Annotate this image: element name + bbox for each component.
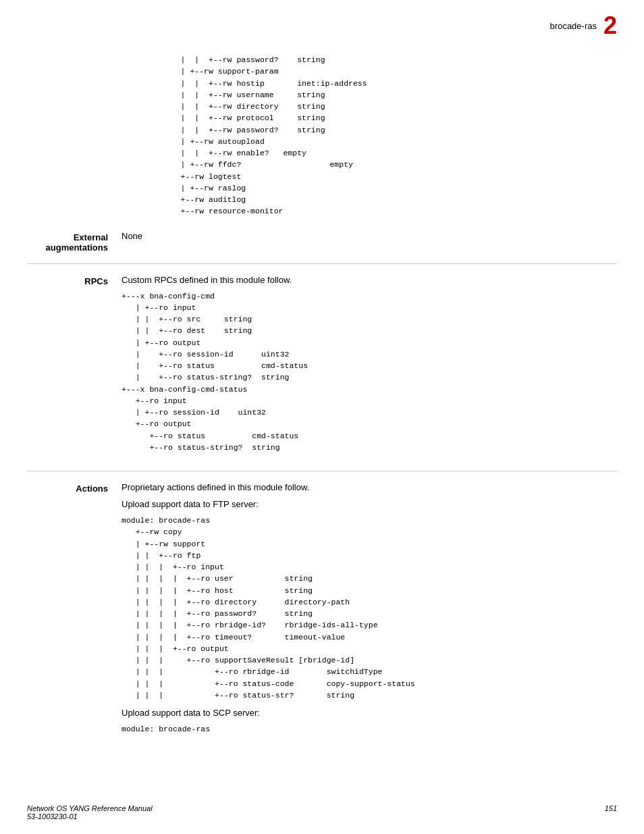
footer: Network OS YANG Reference Manual 53-1003…	[27, 804, 617, 820]
header-title: brocade-ras	[550, 21, 597, 31]
header-right: brocade-ras 2	[550, 14, 617, 38]
top-code-block: | | +--rw password? string | +--rw suppo…	[162, 54, 617, 217]
footer-doc-number: 53-1003230-01	[27, 812, 153, 820]
scp-title: Upload support data to SCP server:	[122, 708, 617, 718]
actions-content: Proprietary actions defined in this modu…	[122, 482, 617, 741]
rpcs-code: +---x bna-config-cmd | +--ro input | | +…	[122, 290, 617, 454]
divider-1	[27, 263, 617, 264]
actions-description: Proprietary actions defined in this modu…	[122, 482, 617, 492]
external-augmentations-label: External augmentations	[27, 231, 122, 253]
content-area: | | +--rw password? string | +--rw suppo…	[0, 54, 644, 741]
footer-page-number: 151	[605, 804, 617, 820]
actions-label: Actions	[27, 482, 122, 741]
page-container: brocade-ras 2 | | +--rw password? string…	[0, 0, 644, 834]
rpcs-content: Custom RPCs defined in this module follo…	[122, 275, 617, 461]
footer-manual-name: Network OS YANG Reference Manual	[27, 804, 153, 812]
divider-2	[27, 471, 617, 471]
external-augmentations-content: None	[122, 231, 617, 253]
top-code-content: | | +--rw password? string | +--rw suppo…	[162, 54, 617, 217]
ftp-code: module: brocade-ras +--rw copy | +--rw s…	[122, 515, 617, 701]
scp-code: module: brocade-ras	[122, 723, 617, 735]
section-rpcs: RPCs Custom RPCs defined in this module …	[27, 275, 617, 461]
section-actions: Actions Proprietary actions defined in t…	[27, 482, 617, 741]
footer-left: Network OS YANG Reference Manual 53-1003…	[27, 804, 153, 820]
rpcs-label: RPCs	[27, 275, 122, 461]
chapter-number: 2	[603, 14, 617, 38]
ftp-title: Upload support data to FTP server:	[122, 499, 617, 509]
rpcs-description: Custom RPCs defined in this module follo…	[122, 275, 617, 285]
section-external-augmentations: External augmentations None	[27, 231, 617, 253]
